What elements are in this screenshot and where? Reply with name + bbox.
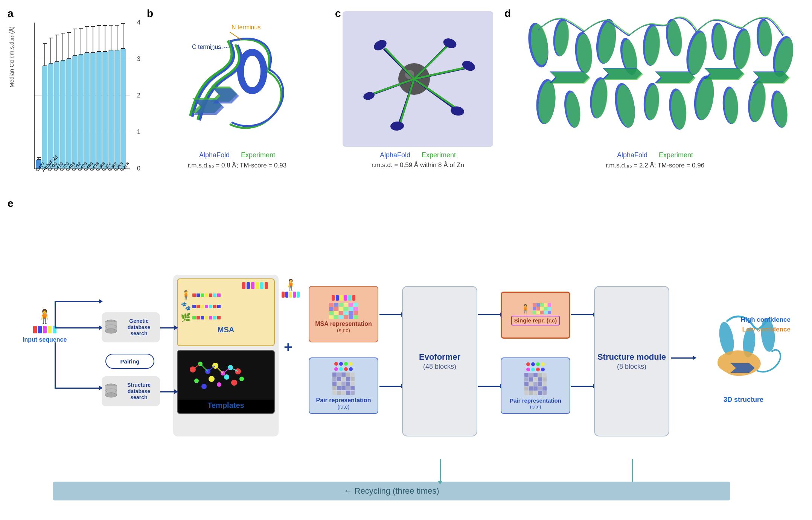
y-tick-2: 2 xyxy=(137,92,140,99)
pairing-label: Pairing xyxy=(120,358,140,365)
input-sequence-label: Input sequence xyxy=(23,336,67,343)
arrow-struct-to-recycle xyxy=(632,459,633,482)
genetic-db-box: Genetic database search xyxy=(102,312,160,342)
panel-d-legend: AlphaFold Experiment xyxy=(504,151,806,159)
panel-b-legend-experiment: Experiment xyxy=(241,151,275,159)
svg-point-101 xyxy=(194,379,199,383)
svg-marker-83 xyxy=(705,68,745,80)
panel-b: N terminus C terminus AlphaFold Experime… xyxy=(147,8,328,188)
svg-marker-80 xyxy=(551,72,590,84)
panel-c-caption: r.m.s.d. = 0.59 Å within 8 Å of Zn xyxy=(335,161,501,169)
low-confidence-label: Low confidence xyxy=(742,326,791,333)
arrow-struct-to-3d xyxy=(671,357,693,359)
structure-module-blocks: (8 blocks) xyxy=(617,363,646,371)
single-repr-label: Single repr. (r,c) xyxy=(514,317,557,324)
recycling-bar: ← Recycling (three times) xyxy=(53,482,730,500)
y-tick-3: 3 xyxy=(137,56,140,62)
msa-repr-box: MSA representation (s,r,c) xyxy=(309,286,378,342)
templates-label: Templates xyxy=(178,401,274,412)
evoformer-blocks: (48 blocks) xyxy=(423,363,456,371)
arrow-recycle-to-msa xyxy=(294,459,295,482)
input-sequence: 🧍 Input sequence xyxy=(23,309,67,343)
panel-d: AlphaFold Experiment r.m.s.d.₉₅ = 2.2 Å;… xyxy=(504,8,806,188)
structure-db-box: Structure database search xyxy=(102,376,160,406)
arrow-msa-to-evo xyxy=(379,314,402,315)
panel-c-legend: AlphaFold Experiment xyxy=(335,151,501,159)
evoformer-box: Evoformer (48 blocks) xyxy=(402,286,477,436)
arrow-single-to-struct xyxy=(571,314,594,315)
y-tick-1: 1 xyxy=(137,129,140,135)
arrow-pair-to-evo xyxy=(379,386,402,387)
panel-c-legend-alphafold: AlphaFold xyxy=(380,151,410,159)
arrow-branch-top xyxy=(55,301,100,302)
pair-repr-dims: (r,r,c) xyxy=(338,404,350,410)
genetic-db-label: Genetic database search xyxy=(121,318,157,337)
single-repr-box: 🧍 Single repr. (r,c) xyxy=(501,292,570,339)
svg-point-87 xyxy=(105,329,117,333)
high-confidence-label: High confidence xyxy=(741,316,791,324)
arrow-evo-to-recycle xyxy=(440,459,441,482)
svg-line-6 xyxy=(230,32,241,40)
pair-repr-label: Pair representation xyxy=(316,397,371,404)
svg-point-91 xyxy=(105,393,117,397)
arrow-pair2-to-struct xyxy=(571,386,594,387)
panel-d-caption: r.m.s.d.₉₅ = 2.2 Å; TM-score = 0.96 xyxy=(504,161,806,169)
arrow-input-bottom xyxy=(55,342,56,388)
panel-d-legend-experiment: Experiment xyxy=(659,151,693,159)
templates-panel: Templates xyxy=(177,350,275,414)
evoformer-label: Evoformer xyxy=(419,352,460,363)
panel-b-legend-alphafold: AlphaFold xyxy=(199,151,230,159)
person-icon-2: 🧍 xyxy=(284,278,297,291)
person-icon: 🧍 xyxy=(36,309,53,324)
svg-point-103 xyxy=(209,376,215,382)
svg-point-107 xyxy=(239,377,244,381)
recycling-label: ← Recycling (three times) xyxy=(344,486,439,496)
arrow-to-genetic xyxy=(55,327,100,328)
msa-panel: 🧍 🐾 xyxy=(177,278,275,346)
panel-c-legend-experiment: Experiment xyxy=(422,151,456,159)
pair-repr2-label: Pair representation xyxy=(510,397,561,404)
svg-point-1 xyxy=(245,56,260,87)
arrow-input-top xyxy=(55,301,56,327)
msa-templates-background: 🧍 🐾 xyxy=(173,275,279,436)
panel-d-structure xyxy=(508,8,802,151)
pairing-box: Pairing xyxy=(105,354,154,369)
svg-point-105 xyxy=(224,374,229,380)
y-axis-label: Median Cα r.m.s.d.₉₅ (Å) xyxy=(8,26,29,87)
svg-point-106 xyxy=(231,380,237,386)
msa-label: MSA xyxy=(181,325,271,334)
panel-a: Median Cα r.m.s.d.₉₅ (Å) 0 1 2 3 4 xyxy=(8,8,136,188)
panel-b-caption: r.m.s.d.₉₅ = 0.8 Å; TM-score = 0.93 xyxy=(147,161,328,169)
arrow-to-structure xyxy=(55,388,100,389)
chart-area: 0 1 2 3 4 xyxy=(34,23,130,169)
panel-b-legend: AlphaFold Experiment xyxy=(147,151,328,159)
msa-repr-label: MSA representation xyxy=(315,321,372,327)
arrow-evo-to-msa2 xyxy=(478,314,501,315)
svg-point-102 xyxy=(201,384,207,389)
panel-e-flow: 🧍 Input sequence xyxy=(8,196,806,512)
panel-c: AlphaFold Experiment r.m.s.d. = 0.59 Å w… xyxy=(335,8,501,188)
templates-svg xyxy=(178,351,274,400)
output-3d-label: 3D structure xyxy=(696,396,791,404)
pair-repr-box-2: Pair representation (r,r,c) xyxy=(501,357,570,414)
structure-module-label: Structure module xyxy=(597,352,666,363)
figure-container: a Median Cα r.m.s.d.₉₅ (Å) 0 1 2 3 4 xyxy=(0,0,812,520)
y-tick-0: 0 xyxy=(137,165,140,172)
svg-marker-81 xyxy=(603,68,643,80)
panel-d-legend-alphafold: AlphaFold xyxy=(617,151,647,159)
plus-symbol-1: + xyxy=(284,339,293,356)
database-icon xyxy=(105,319,118,334)
svg-point-104 xyxy=(217,382,221,387)
panel-c-structure xyxy=(343,11,493,147)
pair-repr2-dims: (r,r,c) xyxy=(530,404,541,409)
structure-module-box: Structure module (8 blocks) xyxy=(594,286,669,436)
output-3d: High confidence Low confidence 3D struct… xyxy=(696,309,791,410)
structure-db-label: Structure database search xyxy=(121,382,157,401)
y-tick-4: 4 xyxy=(137,19,140,26)
panel-b-structure: N terminus C terminus xyxy=(154,11,320,147)
svg-marker-82 xyxy=(656,72,696,84)
pair-repr-box: Pair representation (r,r,c) xyxy=(309,357,378,414)
msa-repr-dims: (s,r,c) xyxy=(337,327,350,333)
arrow-structure-to-templates xyxy=(160,391,175,392)
svg-text:N terminus: N terminus xyxy=(232,24,261,30)
